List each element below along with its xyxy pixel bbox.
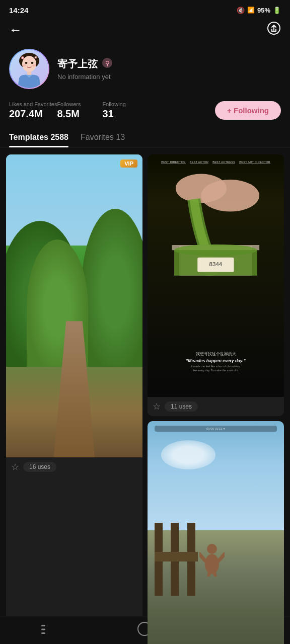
svg-text:⚲: ⚲ bbox=[105, 60, 110, 67]
profile-info: 寄予上弦 ⚲ No information yet bbox=[57, 57, 113, 80]
share-icon bbox=[267, 21, 281, 35]
card-footer-2: ☆ 11 uses bbox=[148, 397, 284, 416]
matcha-en-text: "Miracles happen every day." bbox=[152, 358, 280, 363]
matcha-text-overlay: 我想寻找这个世界的大 "Miracles happen every day." … bbox=[148, 352, 284, 372]
thumb-2: BEST DIRECTOR BEST ACTOR BEST ACTRESS BE… bbox=[148, 154, 284, 397]
likes-value: 207.4M bbox=[9, 108, 57, 120]
svg-line-23 bbox=[199, 554, 205, 560]
star-icon-1[interactable]: ☆ bbox=[11, 461, 19, 472]
film-labels: BEST DIRECTOR BEST ACTOR BEST ACTRESS BE… bbox=[148, 160, 284, 164]
svg-point-6 bbox=[22, 64, 26, 66]
svg-point-12 bbox=[35, 57, 36, 58]
status-time: 14:24 bbox=[9, 6, 28, 15]
film-label-actress: BEST ACTRESS bbox=[212, 160, 235, 164]
tab-templates-label: Templates 2588 bbox=[9, 133, 68, 141]
following-stat: Following 31 bbox=[102, 101, 148, 120]
svg-rect-46 bbox=[41, 625, 45, 626]
back-button[interactable]: ← bbox=[9, 22, 22, 38]
following-value: 31 bbox=[102, 108, 148, 120]
likes-stat: Likes and Favorites 207.4M bbox=[9, 101, 57, 120]
overlay-text: 00:00 01:13 ● bbox=[155, 426, 277, 432]
tab-favorites-label: Favorites 13 bbox=[81, 133, 125, 141]
svg-point-5 bbox=[31, 62, 34, 64]
svg-point-16 bbox=[201, 180, 260, 212]
thumb-3: 00:00 01:13 ● bbox=[148, 421, 284, 644]
bottom-nav-menu[interactable] bbox=[31, 619, 64, 641]
tab-templates[interactable]: Templates 2588 bbox=[9, 128, 68, 147]
profile-name: 寄予上弦 bbox=[57, 57, 98, 71]
matcha-cn-text: 我想寻找这个世界的大 bbox=[152, 352, 280, 357]
verified-icon: ⚲ bbox=[102, 57, 113, 71]
signal-icon: 📶 bbox=[247, 7, 255, 14]
tabs-row: Templates 2588 Favorites 13 bbox=[0, 128, 290, 147]
avatar-image bbox=[10, 50, 48, 88]
battery-icon: 🔋 bbox=[273, 7, 281, 14]
svg-point-3 bbox=[22, 56, 36, 72]
svg-point-22 bbox=[207, 544, 217, 554]
profile-name-row: 寄予上弦 ⚲ bbox=[57, 57, 113, 71]
thumb-1: VIP bbox=[6, 154, 142, 457]
uses-label-1: 16 uses bbox=[23, 462, 56, 472]
matcha-small-text: It made me feel like a box of chocolates… bbox=[152, 365, 280, 372]
card-footer-1: ☆ 16 uses bbox=[6, 457, 142, 476]
svg-rect-48 bbox=[41, 632, 45, 634]
film-label-actor: BEST ACTOR bbox=[190, 160, 209, 164]
likes-label: Likes and Favorites bbox=[9, 101, 57, 107]
avatar-svg bbox=[12, 50, 47, 88]
star-icon-2[interactable]: ☆ bbox=[153, 401, 161, 412]
svg-line-24 bbox=[219, 554, 225, 560]
svg-point-7 bbox=[32, 64, 36, 66]
following-label: Following bbox=[102, 101, 148, 107]
svg-point-10 bbox=[22, 57, 24, 59]
stats-row: Likes and Favorites 207.4M Followers 8.5… bbox=[0, 96, 290, 128]
svg-text:8344: 8344 bbox=[209, 261, 223, 267]
following-button[interactable]: + Following bbox=[215, 101, 281, 120]
top-nav: ← bbox=[0, 18, 290, 44]
followers-label: Followers bbox=[57, 101, 102, 107]
svg-point-4 bbox=[25, 62, 28, 64]
profile-bio: No information yet bbox=[57, 73, 113, 80]
svg-line-26 bbox=[214, 573, 215, 577]
tab-favorites[interactable]: Favorites 13 bbox=[81, 128, 125, 147]
uses-label-2: 11 uses bbox=[165, 401, 198, 412]
template-card-3-inner[interactable]: 00:00 01:13 ● bbox=[148, 421, 284, 644]
mute-icon: 🔇 bbox=[237, 7, 245, 14]
template-card-3[interactable]: 00:00 01:13 ● bbox=[148, 421, 284, 644]
person-silhouette bbox=[199, 536, 225, 577]
template-card-2[interactable]: BEST DIRECTOR BEST ACTOR BEST ACTRESS BE… bbox=[148, 154, 284, 416]
template-card-1[interactable]: VIP ☆ 16 uses bbox=[6, 154, 142, 644]
status-icons: 🔇 📶 95% 🔋 bbox=[237, 7, 281, 14]
tag-icon: ⚲ bbox=[102, 57, 113, 68]
templates-grid: VIP ☆ 16 uses BEST DIRECTOR BEST ACTOR bbox=[0, 154, 290, 644]
film-label-director: BEST DIRECTOR bbox=[161, 160, 185, 164]
film-label-art: BEST ART DIRECTOR bbox=[239, 160, 270, 164]
avatar[interactable] bbox=[9, 49, 49, 89]
followers-value: 8.5M bbox=[57, 108, 102, 120]
vip-badge-1: VIP bbox=[120, 159, 137, 168]
svg-line-25 bbox=[208, 573, 209, 577]
svg-point-21 bbox=[205, 554, 219, 574]
template-card-2-inner[interactable]: BEST DIRECTOR BEST ACTOR BEST ACTRESS BE… bbox=[148, 154, 284, 416]
battery-text: 95% bbox=[257, 7, 270, 14]
template-card-1-inner[interactable]: VIP ☆ 16 uses bbox=[6, 154, 142, 644]
status-bar: 14:24 🔇 📶 95% 🔋 bbox=[0, 0, 290, 18]
svg-rect-47 bbox=[41, 628, 45, 630]
matcha-pour-svg: 8344 bbox=[161, 167, 270, 276]
menu-icon bbox=[41, 624, 54, 634]
profile-section: 寄予上弦 ⚲ No information yet bbox=[0, 44, 290, 96]
share-button[interactable] bbox=[267, 21, 281, 39]
followers-stat: Followers 8.5M bbox=[57, 101, 102, 120]
